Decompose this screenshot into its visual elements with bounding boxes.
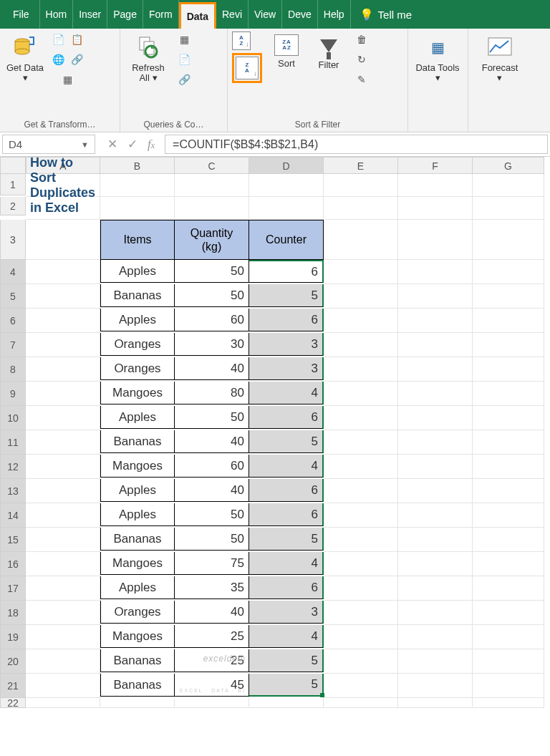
advanced-filter-icon[interactable]: ✎ <box>354 72 370 87</box>
data-tools-button[interactable]: ▦ Data Tools ▾ <box>412 32 463 87</box>
table-cell-counter[interactable]: 6 <box>249 260 324 283</box>
tab-developer[interactable]: Deve <box>282 0 318 29</box>
table-cell-counter[interactable]: 5 <box>249 284 324 307</box>
properties-icon[interactable]: 📄 <box>176 52 192 67</box>
row-header[interactable]: 22 <box>0 698 26 708</box>
table-cell-counter[interactable]: 6 <box>249 406 324 429</box>
table-cell-qty[interactable]: 35 <box>175 576 249 599</box>
row-header[interactable]: 10 <box>0 406 26 430</box>
reapply-icon[interactable]: ↻ <box>354 52 370 67</box>
sort-ascending-button[interactable]: AZ↓ <box>232 32 251 50</box>
row-header[interactable]: 3 <box>0 220 26 260</box>
name-box-dropdown-icon[interactable]: ▼ <box>81 140 89 149</box>
table-cell-items[interactable]: Bananas <box>100 284 175 307</box>
table-cell-items[interactable]: Oranges <box>100 357 175 380</box>
row-header[interactable]: 18 <box>0 601 26 625</box>
table-cell-counter[interactable]: 6 <box>249 503 324 526</box>
row-header[interactable]: 7 <box>0 333 26 357</box>
table-header-qty[interactable]: Quantity(kg) <box>175 220 249 260</box>
cancel-formula-icon[interactable]: ✕ <box>107 137 117 152</box>
table-header-items[interactable]: Items <box>100 220 175 260</box>
table-cell-counter[interactable]: 5 <box>249 674 324 697</box>
table-cell-counter[interactable]: 6 <box>249 479 324 502</box>
tab-file[interactable]: File <box>7 0 40 29</box>
table-cell-counter[interactable]: 6 <box>249 309 324 331</box>
table-cell-items[interactable]: Apples <box>100 503 175 526</box>
table-cell-qty[interactable]: 45EXCEL · DATA · BI <box>175 674 249 697</box>
tab-data[interactable]: Data <box>179 2 216 29</box>
table-cell-items[interactable]: Bananas <box>100 430 175 453</box>
edit-links-icon[interactable]: 🔗 <box>176 72 192 87</box>
row-header[interactable]: 14 <box>0 503 26 528</box>
table-cell-items[interactable]: Bananas <box>100 649 175 672</box>
refresh-all-button[interactable]: Refresh All ▾ <box>125 32 172 87</box>
col-header-g[interactable]: G <box>473 157 544 174</box>
row-header[interactable]: 6 <box>0 309 26 333</box>
table-cell-items[interactable]: Oranges <box>100 333 175 356</box>
get-data-button[interactable]: Get Data ▾ <box>4 32 46 87</box>
formula-input[interactable]: =COUNTIF($B$4:$B$21,B4) <box>165 135 548 154</box>
table-cell-qty[interactable]: 50 <box>175 260 249 283</box>
table-cell-qty[interactable]: 50 <box>175 284 249 307</box>
table-cell-items[interactable]: Mangoes <box>100 625 175 648</box>
sort-button[interactable]: ZA AZ Sort <box>269 32 304 72</box>
row-header[interactable]: 12 <box>0 455 26 479</box>
row-header[interactable]: 17 <box>0 576 26 601</box>
table-cell-qty[interactable]: 40 <box>175 357 249 380</box>
insert-function-icon[interactable]: fx <box>148 137 155 152</box>
table-cell-items[interactable]: Mangoes <box>100 552 175 575</box>
tab-formulas[interactable]: Form <box>143 0 179 29</box>
table-cell-qty[interactable]: 40 <box>175 479 249 502</box>
row-header[interactable]: 11 <box>0 430 26 455</box>
table-cell-counter[interactable]: 3 <box>249 333 324 356</box>
tell-me[interactable]: 💡 Tell me <box>351 0 421 29</box>
table-cell-items[interactable]: Apples <box>100 260 175 283</box>
table-cell-counter[interactable]: 5 <box>249 430 324 453</box>
table-header-counter[interactable]: Counter <box>249 220 324 260</box>
table-cell-counter[interactable]: 3 <box>249 601 324 624</box>
table-cell-items[interactable]: Apples <box>100 406 175 429</box>
row-header[interactable]: 19 <box>0 625 26 649</box>
table-cell-counter[interactable]: 4 <box>249 552 324 575</box>
select-all-corner[interactable] <box>0 157 26 174</box>
table-cell-qty[interactable]: 25exceldem <box>175 649 249 672</box>
table-cell-qty[interactable]: 25 <box>175 625 249 648</box>
row-header[interactable]: 16 <box>0 552 26 576</box>
tab-view[interactable]: View <box>249 0 282 29</box>
filter-button[interactable]: Filter <box>311 32 347 73</box>
cell[interactable]: How to Sort Duplicates in Excel <box>26 174 100 197</box>
row-header[interactable]: 4 <box>0 260 26 284</box>
name-box[interactable]: D4 ▼ <box>2 135 95 154</box>
table-cell-qty[interactable]: 80 <box>175 382 249 404</box>
table-cell-items[interactable]: Apples <box>100 309 175 331</box>
table-cell-items[interactable]: Apples <box>100 479 175 502</box>
table-cell-counter[interactable]: 4 <box>249 455 324 478</box>
table-cell-qty[interactable]: 30 <box>175 333 249 356</box>
row-header[interactable]: 13 <box>0 479 26 503</box>
table-cell-qty[interactable]: 50 <box>175 503 249 526</box>
row-header[interactable]: 9 <box>0 382 26 406</box>
tab-page-layout[interactable]: Page <box>107 0 143 29</box>
table-cell-qty[interactable]: 60 <box>175 309 249 331</box>
table-cell-counter[interactable]: 3 <box>249 357 324 380</box>
table-cell-counter[interactable]: 4 <box>249 382 324 404</box>
table-cell-qty[interactable]: 50 <box>175 528 249 551</box>
row-header[interactable]: 21 <box>0 674 26 698</box>
table-cell-counter[interactable]: 6 <box>249 576 324 599</box>
enter-formula-icon[interactable]: ✓ <box>127 137 138 152</box>
forecast-button[interactable]: Forecast▾ <box>473 32 527 87</box>
row-header[interactable]: 20 <box>0 649 26 674</box>
col-header-c[interactable]: C <box>175 157 249 174</box>
col-header-d[interactable]: D <box>249 157 324 174</box>
tab-insert[interactable]: Inser <box>73 0 107 29</box>
row-header[interactable]: 5 <box>0 284 26 309</box>
table-cell-items[interactable]: Oranges <box>100 601 175 624</box>
col-header-b[interactable]: B <box>100 157 175 174</box>
table-cell-items[interactable]: Bananas <box>100 674 175 697</box>
table-cell-counter[interactable]: 5 <box>249 528 324 551</box>
row-header[interactable]: 1 <box>0 174 26 195</box>
clear-filter-icon[interactable]: 🗑 <box>354 32 370 47</box>
table-cell-qty[interactable]: 40 <box>175 601 249 624</box>
table-cell-items[interactable]: Mangoes <box>100 382 175 404</box>
table-cell-qty[interactable]: 60 <box>175 455 249 478</box>
